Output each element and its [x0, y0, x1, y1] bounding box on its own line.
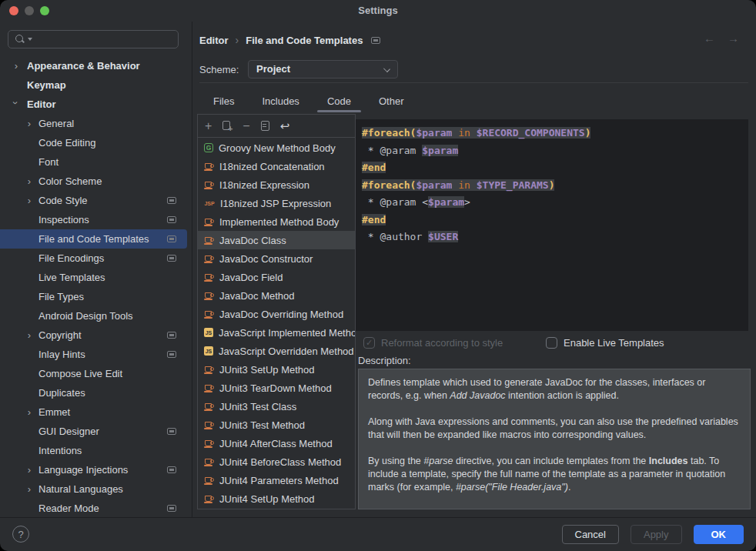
template-list-item-javadoc-overriding-method[interactable]: JavaDoc Overriding Method	[198, 305, 355, 323]
code-token: )	[585, 127, 591, 139]
template-list-item-junit3-setup-method[interactable]: JUnit3 SetUp Method	[198, 360, 355, 379]
reformat-option[interactable]: ✓ Reformat according to style	[363, 337, 503, 349]
apply-button[interactable]: Apply	[631, 525, 682, 544]
project-settings-icon	[167, 255, 176, 262]
template-list-item-javadoc-constructor[interactable]: JavaDoc Constructor	[198, 249, 355, 268]
template-list-item-junit3-test-class[interactable]: JUnit3 Test Class	[198, 397, 355, 416]
create-child-template-icon[interactable]	[222, 121, 232, 131]
close-window-button[interactable]	[9, 6, 18, 15]
sidebar-item-natural-languages[interactable]: ›Natural Languages	[0, 479, 187, 499]
template-name: I18nized Concatenation	[219, 161, 325, 172]
cancel-button[interactable]: Cancel	[562, 525, 619, 544]
template-code-editor[interactable]: #foreach($param in $RECORD_COMPONENTS) *…	[356, 119, 748, 331]
sidebar-item-live-templates[interactable]: Live Templates	[0, 268, 187, 287]
sidebar-item-general[interactable]: ›General	[0, 114, 187, 133]
java-file-icon	[204, 494, 214, 504]
sidebar-item-editor[interactable]: ›Editor	[0, 95, 187, 114]
search-input[interactable]	[8, 30, 179, 48]
sidebar-item-color-scheme[interactable]: ›Color Scheme	[0, 172, 187, 191]
sidebar-item-file-and-code-templates[interactable]: File and Code Templates	[0, 229, 187, 249]
add-template-icon[interactable]: +	[205, 120, 212, 132]
scheme-dropdown[interactable]: Project	[248, 60, 398, 78]
main-panel: Editor › File and Code Templates ← → Sch…	[193, 22, 756, 517]
template-list-item-junit4-beforeclass-method[interactable]: JUnit4 BeforeClass Method	[198, 452, 355, 471]
zoom-window-button[interactable]	[40, 6, 49, 15]
template-list-item-implemented-method-body[interactable]: Implemented Method Body	[198, 212, 355, 231]
sidebar-item-inlay-hints[interactable]: Inlay Hints	[0, 345, 187, 364]
template-list-item-i18nized-expression[interactable]: I18nized Expression	[198, 175, 355, 194]
minimize-window-button[interactable]	[25, 6, 34, 15]
template-list-item-i18nized-concatenation[interactable]: I18nized Concatenation	[198, 157, 355, 175]
sidebar-item-appearance-behavior[interactable]: ›Appearance & Behavior	[0, 56, 187, 75]
template-list-item-javadoc-method[interactable]: JavaDoc Method	[198, 286, 355, 305]
java-file-icon	[204, 272, 214, 282]
template-list-item-junit4-parameters-method[interactable]: JUnit4 Parameters Method	[198, 471, 355, 489]
description-paragraph: By using the #parse directive, you can i…	[368, 455, 741, 494]
template-list-item-i18nized-jsp-expression[interactable]: JSPI18nized JSP Expression	[198, 194, 355, 212]
sidebar-item-copyright[interactable]: ›Copyright	[0, 326, 187, 345]
sidebar-item-reader-mode[interactable]: Reader Mode	[0, 499, 187, 517]
copy-template-icon[interactable]	[261, 121, 269, 131]
chevron-collapsed-icon[interactable]: ›	[24, 114, 35, 133]
template-list-item-junit3-teardown-method[interactable]: JUnit3 TearDown Method	[198, 379, 355, 397]
sidebar-item-language-injections[interactable]: ›Language Injections	[0, 460, 187, 479]
search-options-chevron-icon[interactable]	[28, 38, 32, 41]
sidebar-item-compose-live-edit[interactable]: Compose Live Edit	[0, 364, 187, 383]
template-list-item-javascript-overridden-method[interactable]: JSJavaScript Overridden Method	[198, 342, 355, 360]
sidebar-item-code-style[interactable]: ›Code Style	[0, 191, 187, 210]
tab-code[interactable]: Code	[317, 92, 361, 112]
template-list-item-junit4-afterclass-method[interactable]: JUnit4 AfterClass Method	[198, 434, 355, 452]
back-icon[interactable]: ←	[704, 32, 715, 45]
tab-includes[interactable]: Includes	[252, 92, 309, 112]
live-templates-option[interactable]: Enable Live Templates	[546, 337, 664, 349]
chevron-collapsed-icon[interactable]: ›	[24, 479, 35, 499]
code-token: * @param <	[362, 196, 428, 208]
breadcrumb-editor[interactable]: Editor	[199, 35, 229, 46]
description-text: Along with Java expressions and comments…	[368, 416, 738, 440]
help-button[interactable]: ?	[12, 526, 29, 543]
chevron-expanded-icon[interactable]: ›	[6, 98, 25, 109]
chevron-collapsed-icon[interactable]: ›	[24, 326, 35, 345]
sidebar-item-inspections[interactable]: Inspections	[0, 210, 187, 229]
chevron-collapsed-icon[interactable]: ›	[24, 191, 35, 210]
template-list-item-groovy-new-method-body[interactable]: GGroovy New Method Body	[198, 139, 355, 157]
template-list-item-junit4-setup-method[interactable]: JUnit4 SetUp Method	[198, 489, 355, 508]
sidebar-item-android-design-tools[interactable]: Android Design Tools	[0, 306, 187, 326]
template-list-item-junit3-test-method[interactable]: JUnit3 Test Method	[198, 416, 355, 434]
template-list-item-javadoc-class[interactable]: JavaDoc Class	[198, 231, 355, 249]
search-icon	[15, 34, 25, 45]
live-templates-checkbox[interactable]	[546, 337, 557, 349]
sidebar-item-code-editing[interactable]: Code Editing	[0, 133, 187, 152]
sidebar-item-label: Android Design Tools	[0, 306, 187, 326]
template-list-item-javadoc-field[interactable]: JavaDoc Field	[198, 268, 355, 286]
java-file-icon	[204, 439, 214, 449]
project-settings-icon	[167, 505, 176, 512]
description-text: By using the	[368, 456, 423, 466]
description-paragraph: Predefined variables take the following …	[368, 507, 741, 509]
sidebar-item-keymap[interactable]: Keymap	[0, 75, 187, 95]
java-file-icon	[204, 309, 214, 319]
chevron-collapsed-icon[interactable]: ›	[11, 56, 22, 75]
template-name: JavaDoc Class	[219, 235, 286, 246]
chevron-collapsed-icon[interactable]: ›	[24, 402, 35, 422]
sidebar-item-file-types[interactable]: File Types	[0, 287, 187, 306]
sidebar-item-gui-designer[interactable]: GUI Designer	[0, 422, 187, 441]
java-saucer	[204, 391, 212, 392]
sidebar-item-font[interactable]: Font	[0, 152, 187, 172]
ok-button[interactable]: OK	[694, 525, 744, 544]
sidebar-item-file-encodings[interactable]: File Encodings	[0, 249, 187, 268]
tab-files[interactable]: Files	[203, 92, 244, 112]
sidebar-item-duplicates[interactable]: Duplicates	[0, 383, 187, 402]
forward-icon[interactable]: →	[728, 32, 739, 45]
scheme-label: Scheme:	[199, 64, 239, 75]
reformat-checkbox[interactable]: ✓	[363, 337, 375, 349]
reset-template-icon[interactable]: ↩	[280, 120, 290, 132]
chevron-collapsed-icon[interactable]: ›	[24, 460, 35, 479]
sidebar-item-label: Keymap	[0, 75, 187, 95]
sidebar-item-intentions[interactable]: Intentions	[0, 441, 187, 460]
sidebar-item-emmet[interactable]: ›Emmet	[0, 402, 187, 422]
chevron-collapsed-icon[interactable]: ›	[24, 172, 35, 191]
template-list-item-javascript-implemented-method[interactable]: JSJavaScript Implemented Method	[198, 323, 355, 342]
tab-other[interactable]: Other	[369, 92, 414, 112]
remove-template-icon[interactable]: −	[243, 120, 249, 132]
